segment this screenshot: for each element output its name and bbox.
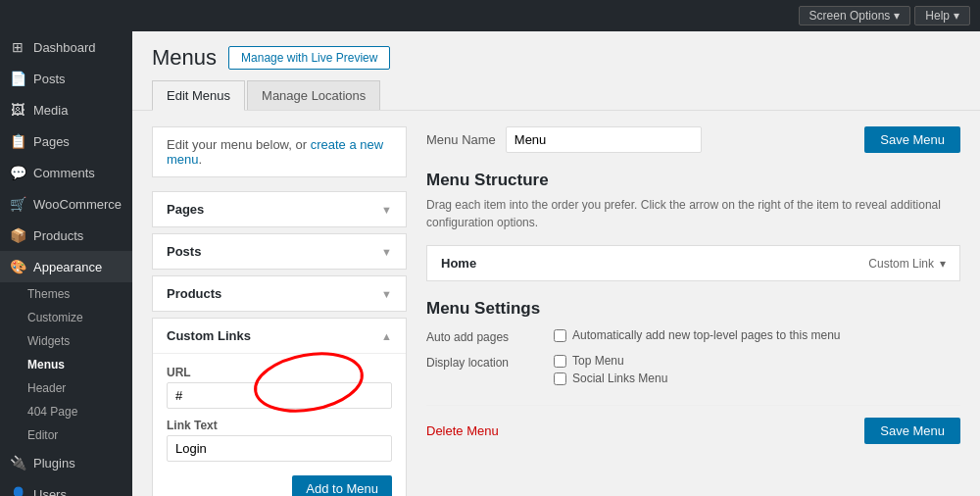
- save-menu-button-top[interactable]: Save Menu: [864, 126, 960, 153]
- accordion-pages: Pages ▼: [152, 191, 407, 227]
- add-to-menu-button[interactable]: Add to Menu: [292, 475, 392, 496]
- sidebar: ⊞ Dashboard 📄 Posts 🖼 Media 📋 Pages 💬 Co…: [0, 31, 132, 496]
- sidebar-item-posts[interactable]: 📄 Posts: [0, 63, 132, 94]
- url-row: URL: [167, 366, 392, 409]
- sidebar-item-media[interactable]: 🖼 Media: [0, 94, 132, 125]
- menu-name-input[interactable]: [506, 126, 702, 153]
- right-panel: Menu Name Save Menu Menu Structure Drag …: [426, 126, 960, 480]
- main-content: Menus Manage with Live Preview Edit Menu…: [132, 31, 980, 496]
- menu-structure-title: Menu Structure: [426, 171, 960, 190]
- link-text-input[interactable]: [167, 435, 392, 462]
- content-area: Edit your menu below, or create a new me…: [132, 111, 980, 496]
- bottom-row: Delete Menu Save Menu: [426, 405, 960, 444]
- sidebar-item-dashboard[interactable]: ⊞ Dashboard: [0, 31, 132, 63]
- sidebar-item-woocommerce[interactable]: 🛒 WooCommerce: [0, 188, 132, 220]
- auto-add-row: Auto add pages Automatically add new top…: [426, 328, 960, 346]
- chevron-down-icon: ▼: [381, 204, 392, 216]
- sidebar-item-products[interactable]: 📦 Products: [0, 220, 132, 251]
- live-preview-button[interactable]: Manage with Live Preview: [228, 46, 390, 70]
- page-title: Menus: [152, 45, 217, 71]
- comments-icon: 💬: [10, 165, 25, 180]
- sidebar-sub-item-menus[interactable]: Menus: [27, 353, 132, 376]
- auto-add-value: Automatically add new top-level pages to…: [554, 328, 960, 346]
- menu-item-type: Custom Link ▾: [868, 257, 946, 271]
- media-icon: 🖼: [10, 102, 25, 118]
- auto-add-checkbox-label[interactable]: Automatically add new top-level pages to…: [554, 328, 960, 342]
- help-button[interactable]: Help ▾: [914, 6, 970, 25]
- tab-edit-menus[interactable]: Edit Menus: [152, 80, 245, 111]
- sidebar-sub-item-widgets[interactable]: Widgets: [27, 329, 132, 353]
- appearance-icon: 🎨: [10, 259, 25, 274]
- custom-links-body: URL Link Text Add to Menu: [153, 353, 406, 496]
- sidebar-item-users[interactable]: 👤 Users: [0, 478, 132, 496]
- social-links-checkbox[interactable]: [554, 372, 566, 385]
- sidebar-item-plugins[interactable]: 🔌 Plugins: [0, 447, 132, 478]
- url-input[interactable]: [167, 382, 392, 409]
- top-menu-checkbox-label[interactable]: Top Menu: [554, 354, 960, 368]
- link-text-row: Link Text: [167, 419, 392, 462]
- posts-icon: 📄: [10, 71, 25, 86]
- delete-menu-link[interactable]: Delete Menu: [426, 423, 499, 438]
- screen-options-button[interactable]: Screen Options ▾: [799, 6, 911, 25]
- accordion-header-posts[interactable]: Posts ▼: [153, 234, 406, 269]
- url-label: URL: [167, 366, 392, 379]
- sidebar-item-comments[interactable]: 💬 Comments: [0, 157, 132, 188]
- chevron-down-icon: ▼: [381, 246, 392, 258]
- accordion-custom-links: Custom Links ▲ URL Link Text: [152, 318, 407, 496]
- menu-name-row: Menu Name Save Menu: [426, 126, 960, 153]
- menu-name-label: Menu Name: [426, 132, 496, 147]
- save-menu-button-bottom[interactable]: Save Menu: [864, 418, 960, 444]
- plugins-icon: 🔌: [10, 455, 25, 471]
- pages-icon: 📋: [10, 133, 25, 149]
- page-header: Menus Manage with Live Preview Edit Menu…: [132, 31, 980, 111]
- sidebar-sub-item-themes[interactable]: Themes: [27, 282, 132, 306]
- display-location-row: Display location Top Menu Social Links M…: [426, 354, 960, 389]
- auto-add-checkbox[interactable]: [554, 329, 566, 342]
- products-icon: 📦: [10, 227, 25, 243]
- social-links-checkbox-label[interactable]: Social Links Menu: [554, 372, 960, 385]
- accordion-header-custom-links[interactable]: Custom Links ▲: [153, 319, 406, 353]
- tab-row: Edit Menus Manage Locations: [152, 80, 960, 110]
- menu-item-label: Home: [441, 256, 476, 271]
- chevron-down-icon: ▾: [940, 257, 946, 271]
- woocommerce-icon: 🛒: [10, 196, 25, 212]
- sidebar-sub-item-editor[interactable]: Editor: [27, 423, 132, 447]
- sidebar-sub-menu: Themes Customize Widgets Menus Header 40…: [0, 282, 132, 447]
- menu-item-home: Home Custom Link ▾: [426, 245, 960, 281]
- display-location-label: Display location: [426, 354, 554, 370]
- menu-settings-title: Menu Settings: [426, 299, 960, 319]
- sidebar-sub-item-customize[interactable]: Customize: [27, 306, 132, 329]
- chevron-down-icon: ▼: [381, 288, 392, 300]
- sidebar-sub-item-header[interactable]: Header: [27, 376, 132, 400]
- accordion-header-pages[interactable]: Pages ▼: [153, 192, 406, 226]
- top-menu-checkbox[interactable]: [554, 355, 566, 368]
- menu-structure-desc: Drag each item into the order you prefer…: [426, 196, 960, 231]
- top-bar: Screen Options ▾ Help ▾: [0, 0, 980, 31]
- tab-manage-locations[interactable]: Manage Locations: [247, 80, 380, 110]
- sidebar-item-appearance[interactable]: 🎨 Appearance: [0, 251, 132, 282]
- sidebar-sub-item-404page[interactable]: 404 Page: [27, 400, 132, 423]
- display-location-value: Top Menu Social Links Menu: [554, 354, 960, 389]
- left-panel: Edit your menu below, or create a new me…: [152, 126, 407, 480]
- auto-add-label: Auto add pages: [426, 328, 554, 344]
- link-text-label: Link Text: [167, 419, 392, 432]
- info-bar: Edit your menu below, or create a new me…: [152, 126, 407, 177]
- accordion-header-products[interactable]: Products ▼: [153, 276, 406, 311]
- users-icon: 👤: [10, 486, 25, 496]
- dashboard-icon: ⊞: [10, 39, 25, 55]
- chevron-up-icon: ▲: [381, 330, 392, 342]
- accordion-posts: Posts ▼: [152, 233, 407, 270]
- sidebar-item-pages[interactable]: 📋 Pages: [0, 125, 132, 157]
- accordion-products: Products ▼: [152, 275, 407, 312]
